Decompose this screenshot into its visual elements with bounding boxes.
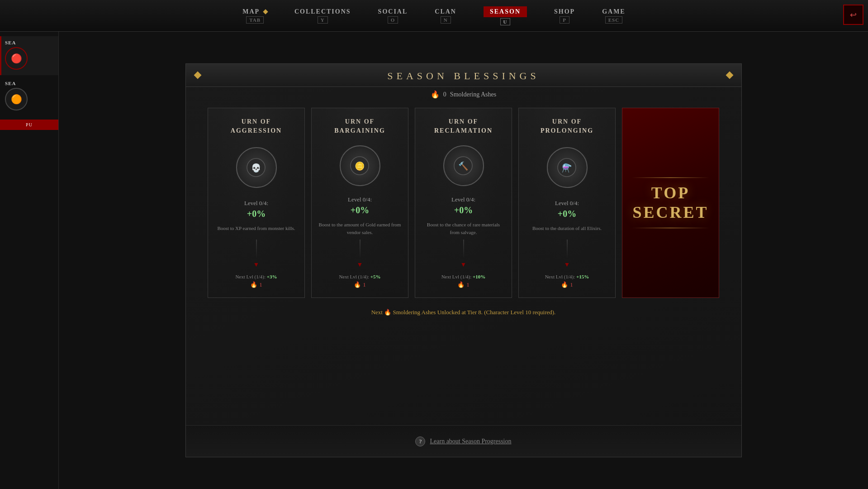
nav-social[interactable]: SOCIAL O — [378, 8, 408, 24]
reclamation-icon-circle: 🔨 — [443, 145, 484, 186]
card-top-secret[interactable]: TOP SECRET — [622, 108, 719, 298]
card-prolonging-icon-area: ⚗️ — [542, 143, 592, 192]
card-prolonging-level: Level 0/4: — [555, 200, 579, 207]
card-bargaining[interactable]: URN OFBARGAINING 🪙 Level 0/4: +0% — [311, 108, 408, 298]
card-bargaining-desc: Boost to the amount of Gold earned from … — [318, 221, 401, 236]
ashes-bar: 🔥 0 Smoldering Ashes — [431, 90, 496, 99]
season-blessings-panel: SEASON BLESSINGS 🔥 0 Smoldering Ashes UR… — [185, 63, 742, 457]
nav-season-key: U — [500, 18, 511, 25]
bottom-info: Next 🔥 Smoldering Ashes Unlocked at Tier… — [371, 309, 556, 316]
card-aggression-next: Next Lvl (1/4): +3% — [235, 274, 277, 279]
panel-corner-tr — [726, 72, 733, 79]
nav-map[interactable]: MAP TAB — [242, 8, 267, 24]
card-bargaining-percent: +0% — [351, 205, 369, 216]
card-bargaining-deco: ▼ — [318, 236, 401, 270]
help-icon[interactable]: ? — [415, 436, 425, 446]
learn-link[interactable]: Learn about Season Progression — [430, 438, 511, 445]
card-bargaining-title: URN OFBARGAINING — [334, 117, 385, 135]
nav-shop-key: P — [560, 16, 569, 24]
nav-map-key: TAB — [246, 16, 264, 24]
bottom-ash-icon: 🔥 — [384, 309, 393, 316]
card-reclamation-title: URN OFRECLAMATION — [434, 117, 493, 135]
secret-divider-top — [632, 177, 709, 178]
card-prolonging-desc: Boost to the duration of all Elixirs. — [532, 225, 602, 236]
nav-collections-key: Y — [318, 16, 328, 24]
sidebar-sea1-label: SEA — [5, 40, 16, 45]
bargaining-dot: ▼ — [357, 261, 363, 268]
card-reclamation-next: Next Lvl (1/4): +10% — [441, 274, 486, 279]
bargaining-icon-circle: 🪙 — [340, 145, 380, 186]
card-prolonging-percent: +0% — [558, 209, 576, 219]
panel-title: SEASON BLESSINGS — [387, 70, 539, 82]
card-aggression[interactable]: URN OFAGGRESSION 💀 Level 0/4: +0% — [208, 108, 305, 298]
card-bargaining-next: Next Lvl (1/4): +5% — [339, 274, 380, 279]
card-aggression-icon-area: 💀 — [232, 143, 281, 192]
nav-game-label: GAME — [602, 8, 626, 15]
prolonging-icon-circle: ⚗️ — [547, 147, 588, 188]
panel-footer: ? Learn about Season Progression — [186, 425, 741, 457]
nav-game[interactable]: GAME ESC — [602, 8, 626, 24]
bottom-info-message: Smoldering Ashes Unlocked at Tier 8. (Ch… — [393, 309, 555, 316]
ashes-count: 0 — [443, 91, 446, 98]
ashes-label: Smoldering Ashes — [450, 91, 496, 98]
card-bargaining-icon-area: 🪙 — [335, 143, 385, 189]
card-reclamation-desc: Boost to the chance of rare materials fr… — [422, 221, 505, 236]
nav-social-label: SOCIAL — [378, 8, 408, 15]
main-content: SEASON BLESSINGS 🔥 0 Smoldering Ashes UR… — [59, 32, 868, 489]
card-prolonging-next: Next Lvl (1/4): +15% — [545, 274, 589, 279]
sidebar-sea2-icon: 🟠 — [5, 88, 28, 110]
sidebar-sea2-label: SEA — [5, 81, 16, 86]
svg-text:💀: 💀 — [251, 163, 261, 173]
card-prolonging-deco: ▼ — [526, 236, 608, 270]
nav-clan-label: CLAN — [435, 8, 456, 15]
cards-container: URN OFAGGRESSION 💀 Level 0/4: +0% — [199, 108, 728, 298]
sidebar-item-sea2[interactable]: SEA 🟠 — [0, 77, 58, 116]
secret-title: TOP SECRET — [622, 183, 719, 222]
nav-social-key: O — [388, 16, 398, 24]
prolonging-dot: ▼ — [564, 261, 570, 268]
card-bargaining-level: Level 0/4: — [348, 196, 372, 203]
card-aggression-cost: 🔥1 — [250, 281, 262, 288]
nav-game-key: ESC — [605, 16, 622, 24]
nav-clan-key: N — [441, 16, 451, 24]
sidebar: SEA 🔴 SEA 🟠 PU — [0, 32, 59, 489]
sidebar-sea1-icon: 🔴 — [5, 47, 28, 70]
ash-icon: 🔥 — [431, 90, 440, 99]
nav-collections-label: COLLECTIONS — [294, 8, 351, 15]
card-prolonging[interactable]: URN OFPROLONGING ⚗️ Level 0/4: +0% — [518, 108, 616, 298]
nav-shop[interactable]: SHOP P — [554, 8, 575, 24]
svg-text:🪙: 🪙 — [355, 161, 365, 171]
card-aggression-deco: ▼ — [215, 236, 298, 270]
nav-collections[interactable]: COLLECTIONS Y — [294, 8, 351, 24]
svg-text:⚗️: ⚗️ — [562, 163, 572, 173]
next-label: Next — [371, 309, 383, 316]
card-bargaining-cost: 🔥1 — [354, 281, 366, 288]
panel-corner-tl — [194, 72, 201, 79]
card-prolonging-cost: 🔥1 — [561, 281, 573, 288]
card-aggression-percent: +0% — [247, 209, 266, 219]
nav-shop-label: SHOP — [554, 8, 575, 15]
nav-season-label: SEASON — [484, 6, 527, 17]
aggression-icon-circle: 💀 — [236, 147, 277, 188]
card-aggression-title: URN OFAGGRESSION — [231, 117, 282, 135]
svg-text:🔨: 🔨 — [458, 161, 469, 171]
sidebar-item-sea1[interactable]: SEA 🔴 — [0, 36, 58, 75]
aggression-dot: ▼ — [253, 261, 260, 268]
reclamation-dot: ▼ — [460, 261, 467, 268]
card-reclamation-deco: ▼ — [422, 236, 505, 270]
card-reclamation-level: Level 0/4: — [451, 196, 475, 203]
secret-divider-bottom — [632, 228, 709, 228]
card-reclamation-icon-area: 🔨 — [439, 143, 489, 189]
card-aggression-level: Level 0/4: — [244, 200, 268, 207]
card-reclamation-cost: 🔥1 — [457, 281, 470, 288]
top-nav: MAP TAB COLLECTIONS Y SOCIAL O CLAN N SE… — [0, 0, 868, 32]
card-prolonging-title: URN OFPROLONGING — [541, 117, 593, 135]
card-reclamation-percent: +0% — [454, 205, 473, 216]
nav-season[interactable]: SEASON U — [484, 6, 527, 25]
card-reclamation[interactable]: URN OFRECLAMATION 🔨 Level 0/4: +0% — [415, 108, 512, 298]
nav-clan[interactable]: CLAN N — [435, 8, 456, 24]
sidebar-purchase-button[interactable]: PU — [0, 120, 58, 130]
nav-map-label: MAP — [242, 8, 267, 15]
card-aggression-desc: Boost to XP earned from monster kills. — [217, 225, 295, 236]
return-button[interactable]: ↩ — [843, 5, 863, 25]
